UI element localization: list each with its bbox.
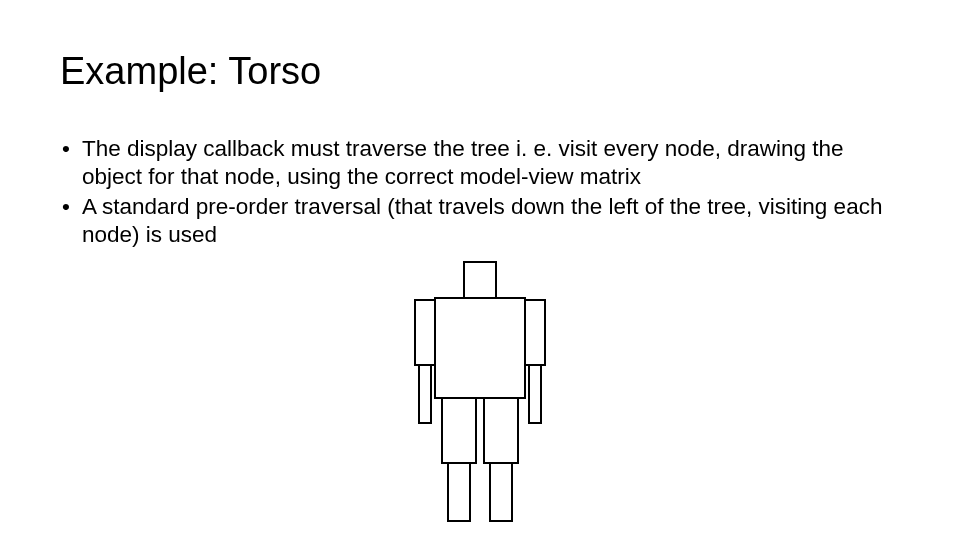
svg-rect-6: [442, 398, 476, 463]
svg-rect-5: [529, 365, 541, 423]
slide: Example: Torso The display callback must…: [0, 0, 960, 540]
svg-rect-4: [525, 300, 545, 365]
bullet-item: The display callback must traverse the t…: [60, 135, 900, 191]
figure-container: [60, 258, 900, 528]
svg-rect-7: [448, 463, 470, 521]
svg-rect-9: [490, 463, 512, 521]
svg-rect-8: [484, 398, 518, 463]
svg-rect-2: [415, 300, 435, 365]
bullet-item: A standard pre-order traversal (that tra…: [60, 193, 900, 249]
svg-rect-1: [435, 298, 525, 398]
bullet-list: The display callback must traverse the t…: [60, 135, 900, 250]
page-title: Example: Torso: [60, 50, 900, 93]
robot-figure-icon: [380, 258, 580, 528]
svg-rect-3: [419, 365, 431, 423]
svg-rect-0: [464, 262, 496, 298]
